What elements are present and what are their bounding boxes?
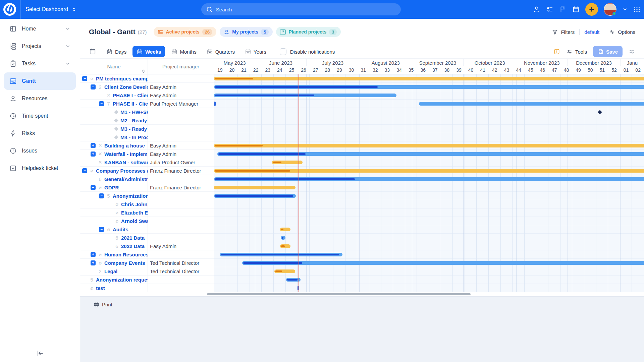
name-column-header[interactable]: Name bbox=[80, 59, 148, 74]
row-timeline-cell[interactable] bbox=[214, 175, 644, 183]
sort-icon[interactable] bbox=[141, 69, 146, 73]
badge-active-projects[interactable]: Active projects26 bbox=[154, 27, 217, 37]
manager-column-header[interactable]: Project manager bbox=[148, 59, 214, 74]
collapse-toggle[interactable]: − bbox=[99, 101, 104, 106]
row-timeline-cell[interactable] bbox=[214, 225, 644, 234]
sidebar-item-time-spent[interactable]: Time spent bbox=[4, 107, 76, 125]
gantt-bar[interactable] bbox=[214, 177, 644, 181]
quick-add-button[interactable] bbox=[585, 3, 598, 16]
search-input[interactable] bbox=[216, 7, 396, 12]
timescale-days-button[interactable]: Days bbox=[102, 46, 130, 57]
row-timeline-cell[interactable] bbox=[214, 141, 644, 150]
row-name-link[interactable]: M4 - In Production bbox=[120, 134, 148, 140]
options-button[interactable]: Options bbox=[609, 29, 635, 35]
row-timeline-cell[interactable] bbox=[214, 250, 644, 259]
row-name-link[interactable]: M1 - HW+SW installed bbox=[120, 109, 148, 115]
row-timeline-cell[interactable] bbox=[214, 91, 644, 100]
select-dashboard-dropdown[interactable]: Select Dashboard bbox=[25, 6, 77, 12]
expand-toggle[interactable]: + bbox=[91, 260, 96, 265]
row-name-link[interactable]: M3 - Ready for Production bbox=[120, 126, 148, 132]
row-timeline-cell[interactable] bbox=[214, 284, 644, 292]
row-name-link[interactable]: Chris Johns bbox=[121, 201, 148, 207]
tools-button[interactable]: Tools bbox=[566, 49, 587, 55]
sidebar-item-resources[interactable]: Resources bbox=[4, 90, 76, 107]
print-button[interactable]: Print bbox=[93, 301, 644, 308]
collapse-toggle[interactable]: − bbox=[82, 168, 87, 173]
expand-toggle[interactable]: + bbox=[91, 143, 96, 148]
badge-my-projects[interactable]: My projects5 bbox=[220, 27, 273, 37]
sidebar-collapse-icon[interactable] bbox=[36, 349, 44, 357]
gantt-bar[interactable] bbox=[280, 228, 290, 231]
gantt-bar[interactable] bbox=[274, 269, 295, 273]
gantt-bar[interactable] bbox=[280, 244, 290, 248]
row-timeline-cell[interactable] bbox=[214, 217, 644, 225]
row-timeline-cell[interactable] bbox=[214, 74, 644, 83]
timescale-years-button[interactable]: 365Years bbox=[241, 46, 270, 57]
row-name-link[interactable]: PM techniques examp bbox=[96, 76, 148, 81]
sidebar-item-risks[interactable]: Risks bbox=[4, 125, 76, 142]
global-search[interactable] bbox=[201, 3, 401, 15]
row-timeline-cell[interactable] bbox=[214, 100, 644, 108]
row-timeline-cell[interactable] bbox=[214, 133, 644, 141]
info-icon[interactable] bbox=[553, 48, 560, 55]
timescale-quarters-button[interactable]: Quarters bbox=[203, 46, 239, 57]
row-timeline-cell[interactable] bbox=[214, 108, 644, 116]
gantt-bar[interactable] bbox=[214, 94, 396, 97]
filters-button[interactable]: Filters bbox=[552, 29, 575, 35]
gantt-bar[interactable] bbox=[220, 253, 342, 256]
timescale-weeks-button[interactable]: Weeks bbox=[132, 46, 165, 57]
disable-notifications-checkbox[interactable] bbox=[280, 48, 286, 55]
row-timeline-cell[interactable] bbox=[214, 208, 644, 217]
collapse-toggle[interactable]: − bbox=[99, 193, 104, 198]
gantt-bar[interactable] bbox=[281, 236, 285, 240]
disable-notifications-toggle[interactable]: Disable notifications bbox=[280, 48, 335, 55]
row-timeline-cell[interactable] bbox=[214, 259, 644, 267]
row-name-link[interactable]: 2022 Data bbox=[121, 243, 145, 249]
gantt-bar-stub[interactable] bbox=[214, 102, 216, 106]
row-timeline-cell[interactable] bbox=[214, 150, 644, 158]
gantt-bar[interactable] bbox=[214, 85, 644, 89]
row-name-link[interactable]: Human Resources bbox=[104, 252, 148, 257]
sidebar-item-home[interactable]: Home bbox=[4, 20, 76, 38]
gantt-bar[interactable] bbox=[217, 152, 644, 156]
sidebar-item-gantt[interactable]: Gantt bbox=[4, 72, 76, 90]
row-name-link[interactable]: Elizabeth E bbox=[121, 210, 148, 216]
apps-menu-button[interactable] bbox=[633, 6, 641, 13]
gantt-bar[interactable] bbox=[214, 144, 644, 147]
app-logo-icon[interactable] bbox=[3, 3, 16, 16]
row-name-link[interactable]: PHASE II - Clier bbox=[113, 101, 148, 107]
profile-chevron[interactable] bbox=[622, 7, 628, 12]
gantt-bar[interactable] bbox=[242, 261, 644, 265]
row-name-link[interactable]: 2021 Data bbox=[121, 235, 145, 241]
collapse-toggle[interactable]: − bbox=[91, 185, 96, 190]
row-name-link[interactable]: PHASE I - Clien bbox=[113, 93, 148, 98]
row-name-link[interactable]: GDPR bbox=[104, 185, 119, 190]
row-timeline-cell[interactable] bbox=[214, 167, 644, 175]
gantt-bar[interactable] bbox=[419, 102, 644, 106]
row-timeline-cell[interactable] bbox=[214, 242, 644, 250]
timescale-months-button[interactable]: Months bbox=[167, 46, 200, 57]
gantt-bar[interactable] bbox=[214, 186, 296, 189]
save-button[interactable]: Save bbox=[593, 46, 623, 57]
row-name-link[interactable]: Legal bbox=[104, 268, 117, 274]
sidebar-item-tasks[interactable]: Tasks bbox=[4, 55, 76, 72]
expand-toggle[interactable]: + bbox=[91, 252, 96, 257]
row-name-link[interactable]: Audits bbox=[113, 227, 128, 232]
row-timeline-cell[interactable] bbox=[214, 267, 644, 276]
row-settings-icon[interactable] bbox=[629, 48, 635, 55]
collapse-toggle[interactable]: − bbox=[82, 76, 87, 81]
calendar-picker-icon[interactable] bbox=[89, 48, 96, 55]
row-name-link[interactable]: M2 - Ready for Pilot bbox=[120, 118, 148, 123]
row-name-link[interactable]: Arnold Swa bbox=[121, 218, 148, 224]
milestone-marker[interactable] bbox=[598, 110, 602, 114]
row-timeline-cell[interactable] bbox=[214, 183, 644, 192]
sidebar-item-helpdesk-ticket[interactable]: Helpdesk ticket bbox=[4, 160, 76, 177]
row-timeline-cell[interactable] bbox=[214, 116, 644, 125]
collapse-toggle[interactable]: − bbox=[99, 227, 104, 232]
row-name-link[interactable]: Anonymization bbox=[113, 193, 148, 199]
my-tasks-icon[interactable] bbox=[546, 6, 553, 13]
row-timeline-cell[interactable] bbox=[214, 192, 644, 200]
user-menu-icon[interactable] bbox=[533, 6, 540, 13]
gantt-bar[interactable] bbox=[214, 169, 644, 173]
row-timeline-cell[interactable] bbox=[214, 83, 644, 91]
